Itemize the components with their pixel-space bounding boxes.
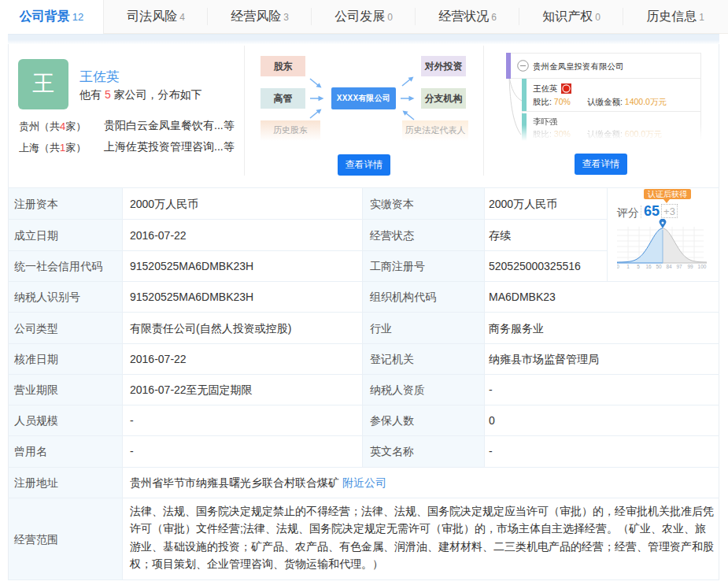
svg-text:99: 99 [687, 264, 693, 269]
svg-text:97: 97 [676, 264, 682, 269]
svg-text:16: 16 [645, 264, 652, 269]
svg-text:100: 100 [698, 264, 707, 269]
svg-text:50: 50 [656, 264, 662, 269]
svg-text:5: 5 [637, 264, 640, 269]
svg-text:84: 84 [666, 264, 672, 269]
svg-text:0: 0 [617, 264, 619, 269]
svg-text:1: 1 [626, 264, 630, 269]
